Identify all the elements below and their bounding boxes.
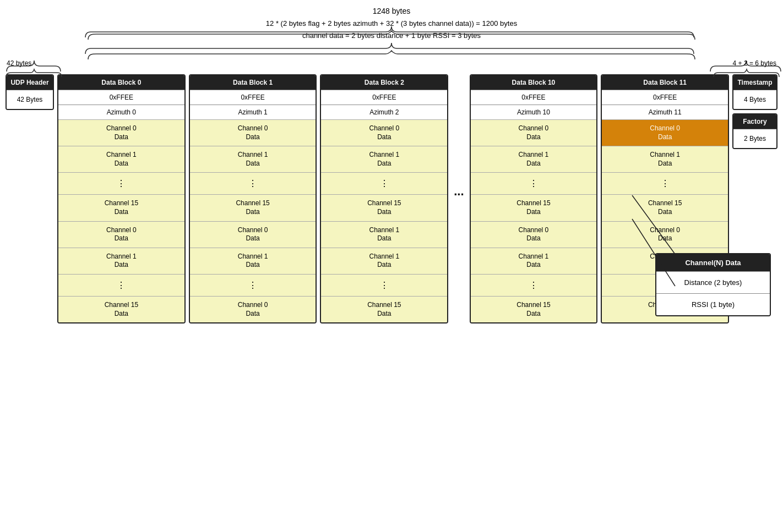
block0-dots-bot: ⋮ <box>58 274 184 296</box>
block10-ch0-bot: Channel 0Data <box>471 221 597 248</box>
block1-title: Data Block 1 <box>190 75 316 90</box>
block11-ch1-top: Channel 1Data <box>602 146 728 172</box>
data-block-10: Data Block 10 0xFFEE Azimuth 10 Channel … <box>470 74 598 323</box>
block0-ch1-top: Channel 1Data <box>58 146 184 172</box>
block11-dots-top: ⋮ <box>602 172 728 194</box>
block2-azimuth: Azimuth 2 <box>321 105 447 119</box>
block2-ch0-top: Channel 0Data <box>321 119 447 146</box>
block10-ch15-bot: Channel 15Data <box>471 296 597 322</box>
block2-dots-bot: ⋮ <box>321 274 447 296</box>
block1-ch0-bot: Channel 0Data <box>190 221 316 248</box>
timestamp-block: Timestamp 4 Bytes <box>732 74 777 110</box>
block0-ch0-bot: Channel 0Data <box>58 221 184 248</box>
block2-flag: 0xFFEE <box>321 90 447 105</box>
label-6bytes: 4 + 2 = 6 bytes <box>733 59 776 67</box>
block10-title: Data Block 10 <box>471 75 597 90</box>
callout-distance: Distance (2 bytes) <box>656 271 770 293</box>
udp-header-title: UDP Header <box>7 75 53 90</box>
block0-flag: 0xFFEE <box>58 90 184 105</box>
block0-azimuth: Azimuth 0 <box>58 105 184 119</box>
factory-value: 2 Bytes <box>733 129 776 148</box>
timestamp-title: Timestamp <box>733 75 776 90</box>
block10-ch15-top: Channel 15Data <box>471 194 597 221</box>
block1-ch0-top: Channel 0Data <box>190 119 316 146</box>
label-42bytes: 42 bytes <box>7 59 31 67</box>
timestamp-value: 4 Bytes <box>733 90 776 109</box>
block2-dots-top: ⋮ <box>321 172 447 194</box>
block11-ch0-bot: Channel 0Data <box>602 221 728 248</box>
block2-ch15-bot: Channel 15Data <box>321 296 447 322</box>
factory-title: Factory <box>733 114 776 129</box>
callout-title: Channel(N) Data <box>656 254 770 271</box>
block1-ch15-top: Channel 15Data <box>190 194 316 221</box>
block10-azimuth: Azimuth 10 <box>471 105 597 119</box>
block0-title: Data Block 0 <box>58 75 184 90</box>
block2-ch1-bot2: Channel 1Data <box>321 248 447 274</box>
block0-ch1-bot: Channel 1Data <box>58 248 184 274</box>
formula-line1: 12 * (2 bytes flag + 2 bytes azimuth + 3… <box>266 18 517 30</box>
data-block-1: Data Block 1 0xFFEE Azimuth 1 Channel 0D… <box>189 74 317 323</box>
total-bytes-label: 1248 bytes <box>373 7 411 15</box>
block0-dots-top: ⋮ <box>58 172 184 194</box>
callout-rssi: RSSI (1 byte) <box>656 293 770 315</box>
block0-ch0-top: Channel 0Data <box>58 119 184 146</box>
block0-ch15-bot: Channel 15Data <box>58 296 184 322</box>
udp-header-value: 42 Bytes <box>7 90 53 109</box>
block11-ch15-top: Channel 15Data <box>602 194 728 221</box>
block10-dots-top: ⋮ <box>471 172 597 194</box>
block1-ch1-bot: Channel 1Data <box>190 248 316 274</box>
block1-dots-bot: ⋮ <box>190 274 316 296</box>
block1-flag: 0xFFEE <box>190 90 316 105</box>
block10-ch1-top: Channel 1Data <box>471 146 597 172</box>
block11-ch0-highlight: Channel 0Data <box>602 119 728 146</box>
block10-ch1-bot: Channel 1Data <box>471 248 597 274</box>
callout-box: Channel(N) Data Distance (2 bytes) RSSI … <box>655 253 771 316</box>
block11-flag: 0xFFEE <box>602 90 728 105</box>
block11-azimuth: Azimuth 11 <box>602 105 728 119</box>
ellipsis-separator: ... <box>452 184 466 199</box>
block1-azimuth: Azimuth 1 <box>190 105 316 119</box>
block10-ch0-top: Channel 0Data <box>471 119 597 146</box>
block1-ch1-top: Channel 1Data <box>190 146 316 172</box>
block1-dots-top: ⋮ <box>190 172 316 194</box>
udp-header-block: UDP Header 42 Bytes <box>6 74 54 110</box>
block10-flag: 0xFFEE <box>471 90 597 105</box>
formula-block: 12 * (2 bytes flag + 2 bytes azimuth + 3… <box>266 18 517 42</box>
block2-ch15-top: Channel 15Data <box>321 194 447 221</box>
block0-ch15-top: Channel 15Data <box>58 194 184 221</box>
block2-ch1-top: Channel 1Data <box>321 146 447 172</box>
block2-title: Data Block 2 <box>321 75 447 90</box>
formula-line2: channel data = 2 bytes distance + 1 byte… <box>266 30 517 42</box>
data-block-2: Data Block 2 0xFFEE Azimuth 2 Channel 0D… <box>320 74 448 323</box>
block1-ch0-last: Channel 0Data <box>190 296 316 322</box>
block2-ch1-bot: Channel 1Data <box>321 221 447 248</box>
block11-title: Data Block 11 <box>602 75 728 90</box>
block10-dots-bot: ⋮ <box>471 274 597 296</box>
data-block-0: Data Block 0 0xFFEE Azimuth 0 Channel 0D… <box>57 74 186 323</box>
factory-block: Factory 2 Bytes <box>732 113 777 149</box>
